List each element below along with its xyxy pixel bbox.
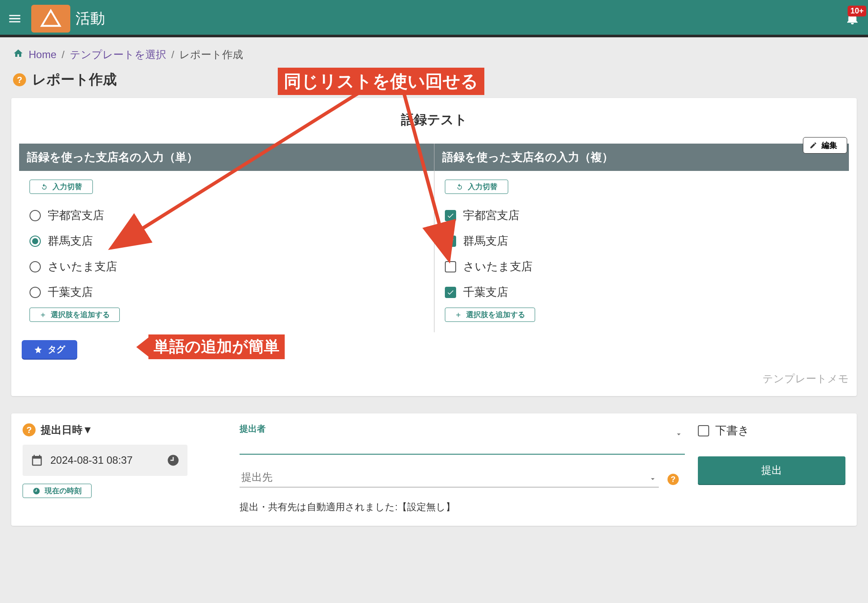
checkbox-option[interactable]: 群馬支店 <box>445 228 838 254</box>
calendar-icon <box>30 454 43 467</box>
edit-button[interactable]: 編集 <box>803 137 847 154</box>
header-title: 活動 <box>76 9 105 29</box>
radio-option[interactable]: さいたま支店 <box>30 254 424 279</box>
breadcrumb: Home / テンプレートを選択 / レポート作成 <box>0 37 868 66</box>
add-option-label: 選択肢を追加する <box>51 310 110 320</box>
single-select-header: 語録を使った支店名の入力（単） <box>19 144 434 171</box>
option-label: さいたま支店 <box>463 259 533 274</box>
option-label: 宇都宮支店 <box>48 208 104 223</box>
single-select-section: 語録を使った支店名の入力（単） 入力切替 宇都宮支店群馬支店さいたま支店千葉支店… <box>19 144 434 332</box>
plus-icon <box>39 311 46 318</box>
checkbox-icon <box>445 210 456 221</box>
draft-label: 下書き <box>715 423 750 438</box>
notification-badge: 10+ <box>848 6 866 16</box>
submitter-label: 提出者 <box>240 423 685 435</box>
input-switch-label: 入力切替 <box>53 182 82 192</box>
datetime-value: 2024-08-31 08:37 <box>50 454 133 466</box>
breadcrumb-separator: / <box>62 49 65 61</box>
radio-icon <box>30 287 41 298</box>
current-time-button[interactable]: 現在の時刻 <box>23 484 92 498</box>
option-label: 千葉支店 <box>463 285 508 300</box>
pencil-icon <box>809 141 817 149</box>
datetime-picker[interactable]: 2024-08-31 08:37 <box>23 445 187 476</box>
radio-icon <box>30 210 41 221</box>
card-title: 語録テスト <box>19 111 849 129</box>
submitter-input[interactable] <box>240 435 685 455</box>
breadcrumb-home[interactable]: Home <box>29 49 56 61</box>
current-time-label: 現在の時刻 <box>45 486 82 496</box>
menu-icon[interactable] <box>5 9 24 28</box>
triangle-left-icon <box>136 338 148 357</box>
datetime-label: 提出日時▼ <box>41 423 93 437</box>
header-divider <box>0 35 868 37</box>
help-icon[interactable]: ? <box>23 423 36 436</box>
input-switch-label: 入力切替 <box>468 182 497 192</box>
tag-button[interactable]: タグ <box>22 340 77 359</box>
draft-checkbox[interactable] <box>698 425 709 436</box>
refresh-icon <box>456 183 464 191</box>
help-icon[interactable]: ? <box>667 474 679 485</box>
refresh-icon <box>40 183 48 191</box>
clock-icon <box>167 454 180 467</box>
multi-select-section: 語録を使った支店名の入力（複） 入力切替 宇都宮支店群馬支店さいたま支店千葉支店… <box>434 144 849 332</box>
option-label: 群馬支店 <box>48 233 93 249</box>
option-label: さいたま支店 <box>48 259 117 274</box>
add-option-button[interactable]: 選択肢を追加する <box>30 308 120 322</box>
chevron-down-icon[interactable] <box>648 475 657 485</box>
option-label: 千葉支店 <box>48 285 93 300</box>
clock-icon <box>33 487 40 495</box>
destination-input[interactable] <box>240 468 659 488</box>
checkbox-option[interactable]: 千葉支店 <box>445 279 838 305</box>
home-icon <box>13 48 23 61</box>
edit-label: 編集 <box>822 140 837 151</box>
annotation-add-text: 単語の追加が簡単 <box>148 334 285 359</box>
plus-icon <box>455 311 462 318</box>
template-memo: テンプレートメモ <box>19 372 849 386</box>
radio-icon <box>30 236 41 247</box>
annotation-banner-top: 同じリストを使い回せる <box>278 68 484 95</box>
input-switch-button[interactable]: 入力切替 <box>445 180 508 194</box>
checkbox-option[interactable]: 宇都宮支店 <box>445 203 838 228</box>
checkbox-option[interactable]: さいたま支店 <box>445 254 838 279</box>
tag-label: タグ <box>48 344 65 355</box>
option-label: 宇都宮支店 <box>463 208 519 223</box>
input-switch-button[interactable]: 入力切替 <box>30 180 93 194</box>
submit-panel: ? 提出日時▼ 2024-08-31 08:37 現在の時刻 提出者 ? 提出・… <box>11 413 857 526</box>
breadcrumb-template[interactable]: テンプレートを選択 <box>70 48 166 62</box>
help-icon[interactable]: ? <box>13 73 26 86</box>
submit-button[interactable]: 提出 <box>698 456 845 484</box>
notifications-button[interactable]: 10+ <box>842 8 863 29</box>
add-option-button[interactable]: 選択肢を追加する <box>445 308 535 322</box>
annotation-banner-add: 単語の追加が簡単 <box>136 334 285 359</box>
breadcrumb-separator: / <box>171 49 174 61</box>
app-logo <box>31 5 70 33</box>
checkbox-icon <box>445 236 456 247</box>
chevron-down-icon[interactable] <box>674 430 683 440</box>
add-option-label: 選択肢を追加する <box>466 310 525 320</box>
star-icon <box>34 345 43 354</box>
checkbox-icon <box>445 261 456 272</box>
radio-option[interactable]: 群馬支店 <box>30 228 424 254</box>
radio-icon <box>30 261 41 272</box>
option-label: 群馬支店 <box>463 233 508 249</box>
breadcrumb-current: レポート作成 <box>179 48 243 62</box>
auto-apply-note: 提出・共有先は自動適用されました:【設定無し】 <box>240 501 685 514</box>
page-title: レポート作成 <box>32 70 117 89</box>
app-header: 活動 10+ <box>0 0 868 37</box>
multi-select-header: 語録を使った支店名の入力（複） <box>434 144 849 171</box>
checkbox-icon <box>445 287 456 298</box>
radio-option[interactable]: 宇都宮支店 <box>30 203 424 228</box>
radio-option[interactable]: 千葉支店 <box>30 279 424 305</box>
